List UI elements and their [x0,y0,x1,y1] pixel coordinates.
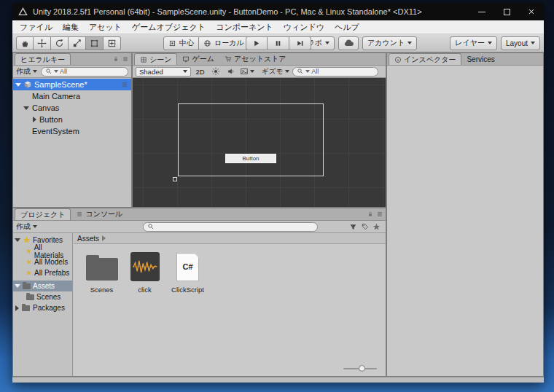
chevron-down-icon [285,70,289,73]
saved-search-star-icon[interactable] [372,223,381,231]
tab-asset-store[interactable]: アセットストア [219,53,292,65]
transform-tool-button[interactable] [104,36,121,50]
folder-icon [86,258,118,281]
unity-window: Unity 2018.2.5f1 Personal (64bit) - Samp… [12,3,544,383]
project-create-dropdown[interactable]: 作成 [16,222,37,232]
asset-item-click[interactable]: click [124,250,165,294]
scene-options-icon[interactable] [121,81,128,88]
step-button[interactable] [289,36,311,50]
menu-component[interactable]: コンポーネント [211,22,278,33]
tab-game[interactable]: ゲーム [177,53,219,65]
item-label: Canvas [32,103,59,112]
hierarchy-row-main-camera[interactable]: Main Camera [13,90,131,102]
search-by-label-icon[interactable] [361,223,369,231]
lock-icon[interactable] [367,211,373,217]
zoom-slider-thumb[interactable] [359,365,365,372]
hierarchy-row-button[interactable]: Button [13,114,131,125]
draw-mode-dropdown[interactable]: Shaded [136,67,191,77]
inspector-empty-body [387,66,543,376]
menu-help[interactable]: ヘルプ [329,22,364,33]
inspector-panel: インスペクター Services [386,52,544,377]
packages-label: Packages [33,304,65,312]
menu-gameobject[interactable]: ゲームオブジェクト [127,22,211,33]
tab-project[interactable]: プロジェクト [15,208,71,220]
rotate-tool-button[interactable] [51,36,69,50]
effects-dropdown[interactable] [240,67,254,77]
layers-dropdown[interactable]: レイヤー [450,36,497,50]
foldout-open-icon[interactable] [23,106,29,110]
console-icon [76,211,83,218]
asset-item-scenes[interactable]: Scenes [81,250,122,294]
search-by-type-icon[interactable] [349,223,357,231]
gizmos-dropdown[interactable]: ギズモ [262,67,289,77]
favorite-all-prefabs[interactable]: All Prefabs [13,267,72,278]
canvas-gizmo-outline[interactable] [178,103,324,176]
play-button[interactable] [246,36,268,50]
move-tool-button[interactable] [34,36,51,50]
pivot-space-toggles: 中心 ローカル [163,36,249,50]
hierarchy-search-input[interactable]: All [41,67,128,77]
lock-icon[interactable] [113,56,119,62]
account-dropdown[interactable]: アカウント [362,36,417,50]
hierarchy-create-dropdown[interactable]: 作成 [16,66,37,77]
minimize-button[interactable] [469,3,494,20]
scale-tool-button[interactable] [69,36,86,50]
project-search-input[interactable] [143,222,318,232]
lighting-toggle-button[interactable] [209,67,222,77]
2d-toggle-button[interactable]: 2D [194,67,206,77]
foldout-open-icon[interactable] [15,83,21,87]
zoom-slider[interactable] [343,365,377,372]
scenes-folder-row[interactable]: Scenes [13,291,72,302]
game-tab-label: ゲーム [192,54,214,64]
project-tabstrip: プロジェクト コンソール [13,208,386,221]
asset-item-clickscript[interactable]: C# ClickScript [167,250,208,294]
menu-window[interactable]: ウィンドウ [278,22,329,33]
foldout-open-icon[interactable] [15,238,20,242]
rect-gizmo-handle[interactable] [173,177,177,181]
hierarchy-row-eventsystem[interactable]: EventSystem [13,125,131,137]
hand-tool-button[interactable] [16,36,34,50]
foldout-open-icon[interactable] [15,284,20,288]
foldout-closed-icon[interactable] [15,305,19,311]
folder-icon [26,294,34,300]
packages-row[interactable]: Packages [13,302,72,313]
item-label: EventSystem [32,127,79,136]
space-toggle-button[interactable]: ローカル [199,36,249,50]
cloud-services-button[interactable] [338,36,359,50]
maximize-icon [504,9,510,15]
panel-menu-icon[interactable] [376,211,383,218]
foldout-closed-icon[interactable] [33,117,36,122]
scene-search-input[interactable]: All [292,67,378,77]
pivot-toggle-button[interactable]: 中心 [163,36,199,50]
info-icon [394,56,402,63]
tab-services[interactable]: Services [461,53,499,65]
maximize-button[interactable] [494,3,519,20]
layout-dropdown[interactable]: Layout [501,36,540,50]
menu-edit[interactable]: 編集 [58,22,84,33]
favorite-all-models[interactable]: All Models [13,256,72,267]
assets-folder-row[interactable]: Assets [13,281,72,291]
panel-menu-icon[interactable] [122,55,129,63]
tab-scene[interactable]: シーン [134,53,177,65]
ui-button-object[interactable]: Button [225,154,276,163]
rect-tool-button[interactable] [86,36,104,50]
tab-hierarchy[interactable]: ヒエラルキー [15,53,71,65]
tab-inspector[interactable]: インスペクター [389,53,461,65]
audio-toggle-button[interactable] [225,67,237,77]
star-icon [26,248,32,254]
cart-icon [225,55,232,63]
tab-console[interactable]: コンソール [71,208,128,220]
menu-assets[interactable]: アセット [84,22,127,33]
rect-tool-icon [90,39,99,48]
menu-file[interactable]: ファイル [15,22,58,33]
scene-viewport[interactable]: Button [133,78,386,207]
favorite-all-materials[interactable]: All Materials [13,246,72,256]
hierarchy-row-canvas[interactable]: Canvas [13,102,131,114]
project-tab-label: プロジェクト [20,210,65,220]
hierarchy-row-scene[interactable]: SampleScene* [13,79,131,90]
hierarchy-toolbar: 作成 All [13,66,131,78]
close-button[interactable] [519,3,544,20]
asset-label: click [138,286,151,294]
pause-button[interactable] [268,36,289,50]
breadcrumb-label[interactable]: Assets [77,235,99,243]
